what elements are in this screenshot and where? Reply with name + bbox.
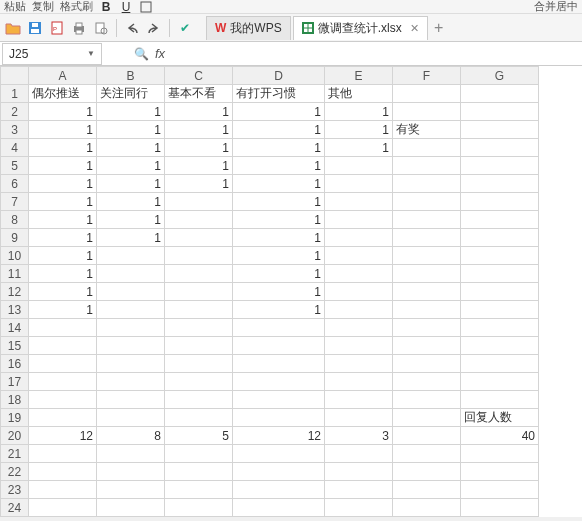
cell[interactable]: 1 (325, 121, 393, 139)
cell[interactable] (233, 319, 325, 337)
cell[interactable]: 1 (29, 301, 97, 319)
cell[interactable]: 1 (97, 175, 165, 193)
cell[interactable]: 1 (29, 229, 97, 247)
tab-my-wps[interactable]: W 我的WPS (206, 16, 291, 40)
cell[interactable]: 1 (165, 175, 233, 193)
cell[interactable] (461, 193, 539, 211)
cell[interactable] (461, 121, 539, 139)
row-header-23[interactable]: 23 (1, 481, 29, 499)
cell[interactable] (393, 247, 461, 265)
cell[interactable]: 12 (29, 427, 97, 445)
cell[interactable] (165, 229, 233, 247)
col-header-C[interactable]: C (165, 67, 233, 85)
row-header-10[interactable]: 10 (1, 247, 29, 265)
cell[interactable] (233, 355, 325, 373)
cell[interactable] (393, 319, 461, 337)
cell[interactable] (165, 409, 233, 427)
cell[interactable] (165, 283, 233, 301)
cell[interactable] (325, 157, 393, 175)
row-header-22[interactable]: 22 (1, 463, 29, 481)
accept-icon[interactable]: ✔ (176, 19, 194, 37)
cell[interactable] (165, 463, 233, 481)
cell[interactable] (393, 391, 461, 409)
row-header-7[interactable]: 7 (1, 193, 29, 211)
cell[interactable] (461, 157, 539, 175)
cell[interactable] (97, 247, 165, 265)
cell[interactable] (393, 373, 461, 391)
cell[interactable] (461, 319, 539, 337)
cell[interactable] (325, 409, 393, 427)
cell[interactable] (165, 301, 233, 319)
row-header-8[interactable]: 8 (1, 211, 29, 229)
cell[interactable] (325, 211, 393, 229)
cell[interactable] (325, 301, 393, 319)
cell[interactable]: 有奖 (393, 121, 461, 139)
cell[interactable] (461, 103, 539, 121)
cell[interactable] (233, 373, 325, 391)
cell[interactable]: 1 (97, 229, 165, 247)
cell[interactable]: 1 (233, 193, 325, 211)
cell[interactable] (29, 499, 97, 517)
cell[interactable]: 1 (233, 103, 325, 121)
cell[interactable] (393, 175, 461, 193)
cell[interactable] (325, 463, 393, 481)
row-header-15[interactable]: 15 (1, 337, 29, 355)
cell[interactable] (461, 301, 539, 319)
cell[interactable]: 偶尔推送 (29, 85, 97, 103)
cell[interactable] (461, 247, 539, 265)
cell[interactable] (165, 481, 233, 499)
redo-icon[interactable] (145, 19, 163, 37)
cell[interactable] (29, 355, 97, 373)
cell[interactable] (97, 301, 165, 319)
cell[interactable] (393, 481, 461, 499)
cell[interactable] (97, 463, 165, 481)
cell[interactable] (393, 409, 461, 427)
cell[interactable] (393, 499, 461, 517)
cell[interactable] (165, 355, 233, 373)
cell[interactable]: 1 (29, 157, 97, 175)
cell[interactable] (97, 481, 165, 499)
cell[interactable] (29, 463, 97, 481)
cell[interactable] (393, 463, 461, 481)
cell[interactable] (393, 283, 461, 301)
print-preview-icon[interactable] (92, 19, 110, 37)
row-header-20[interactable]: 20 (1, 427, 29, 445)
cell[interactable]: 5 (165, 427, 233, 445)
cell[interactable] (461, 175, 539, 193)
cell[interactable] (325, 481, 393, 499)
cell[interactable] (393, 229, 461, 247)
cell[interactable]: 1 (29, 265, 97, 283)
cell[interactable] (165, 247, 233, 265)
cell[interactable] (461, 85, 539, 103)
cell[interactable] (233, 481, 325, 499)
cell[interactable] (165, 499, 233, 517)
cell[interactable]: 1 (233, 211, 325, 229)
cell[interactable] (461, 139, 539, 157)
cell[interactable]: 1 (233, 301, 325, 319)
cell[interactable] (165, 211, 233, 229)
cell[interactable]: 1 (97, 157, 165, 175)
cell[interactable]: 1 (233, 157, 325, 175)
row-header-1[interactable]: 1 (1, 85, 29, 103)
row-header-16[interactable]: 16 (1, 355, 29, 373)
cell[interactable] (325, 175, 393, 193)
row-header-4[interactable]: 4 (1, 139, 29, 157)
fx-icon[interactable]: fx (155, 46, 165, 61)
add-tab-button[interactable]: + (430, 19, 448, 37)
cell[interactable] (97, 445, 165, 463)
cell[interactable]: 1 (97, 193, 165, 211)
cell[interactable] (325, 499, 393, 517)
save-icon[interactable] (26, 19, 44, 37)
open-folder-icon[interactable] (4, 19, 22, 37)
cell[interactable] (393, 301, 461, 319)
cell[interactable] (461, 229, 539, 247)
cell[interactable]: 关注同行 (97, 85, 165, 103)
tab-spreadsheet[interactable]: 微调查统计.xlsx ✕ (293, 16, 428, 40)
cell[interactable] (325, 391, 393, 409)
cell[interactable] (29, 391, 97, 409)
row-header-13[interactable]: 13 (1, 301, 29, 319)
cell[interactable]: 1 (165, 157, 233, 175)
cell[interactable]: 1 (29, 283, 97, 301)
cell[interactable] (97, 391, 165, 409)
export-pdf-icon[interactable]: P (48, 19, 66, 37)
